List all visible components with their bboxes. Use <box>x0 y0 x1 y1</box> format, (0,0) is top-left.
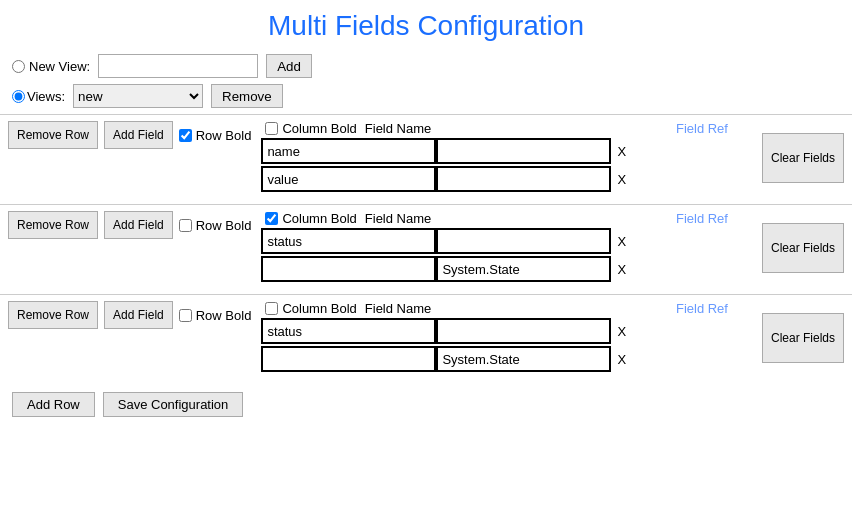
col-bold-checkbox-0[interactable] <box>265 122 278 135</box>
row-bold-checkbox-2[interactable] <box>179 309 192 322</box>
row-bold-label-0[interactable]: Row Bold <box>179 128 252 143</box>
col-bold-label-0[interactable]: Column Bold <box>265 121 356 136</box>
section-header-2: Remove RowAdd FieldRow Bold <box>8 301 251 329</box>
col-bold-text-2: Column Bold <box>282 301 356 316</box>
field-ref-input-0-0[interactable] <box>436 138 611 164</box>
sections-container: Remove RowAdd FieldRow BoldColumn BoldFi… <box>0 114 852 380</box>
remove-row-button-0[interactable]: Remove Row <box>8 121 98 149</box>
field-ref-input-1-0[interactable] <box>436 228 611 254</box>
add-field-button-2[interactable]: Add Field <box>104 301 173 329</box>
row-bold-text-0: Row Bold <box>196 128 252 143</box>
add-field-button-0[interactable]: Add Field <box>104 121 173 149</box>
col-bold-checkbox-2[interactable] <box>265 302 278 315</box>
bottom-bar: Add Row Save Configuration <box>0 384 852 425</box>
views-label: Views: <box>27 89 65 104</box>
add-row-button[interactable]: Add Row <box>12 392 95 417</box>
field-name-input-0-1[interactable] <box>261 166 436 192</box>
field-ref-label-2: Field Ref <box>676 301 728 316</box>
field-x-button-0-0[interactable]: X <box>611 144 632 159</box>
new-view-radio-label[interactable]: New View: <box>12 59 90 74</box>
save-config-button[interactable]: Save Configuration <box>103 392 244 417</box>
col-bold-checkbox-1[interactable] <box>265 212 278 225</box>
row-bold-label-1[interactable]: Row Bold <box>179 218 252 233</box>
fields-area-1: Column BoldField NameField RefXX <box>261 211 756 284</box>
field-name-input-0-0[interactable] <box>261 138 436 164</box>
full-row-2: Remove RowAdd FieldRow BoldColumn BoldFi… <box>8 301 844 374</box>
col-bold-text-0: Column Bold <box>282 121 356 136</box>
field-ref-label-1: Field Ref <box>676 211 728 226</box>
fields-area-0: Column BoldField NameField RefXX <box>261 121 756 194</box>
new-view-radio[interactable] <box>12 60 25 73</box>
field-name-input-2-1[interactable] <box>261 346 436 372</box>
full-row-1: Remove RowAdd FieldRow BoldColumn BoldFi… <box>8 211 844 284</box>
page-title: Multi Fields Configuration <box>0 0 852 50</box>
add-field-button-1[interactable]: Add Field <box>104 211 173 239</box>
remove-view-button[interactable]: Remove <box>211 84 283 108</box>
views-row: Views: new Remove <box>0 82 852 110</box>
field-row-0-0: X <box>261 138 756 164</box>
field-ref-input-0-1[interactable] <box>436 166 611 192</box>
row-bold-checkbox-1[interactable] <box>179 219 192 232</box>
section-0: Remove RowAdd FieldRow BoldColumn BoldFi… <box>0 114 852 200</box>
add-button[interactable]: Add <box>266 54 312 78</box>
clear-fields-button-0[interactable]: Clear Fields <box>762 133 844 183</box>
field-row-2-1: X <box>261 346 756 372</box>
remove-row-button-2[interactable]: Remove Row <box>8 301 98 329</box>
section-1: Remove RowAdd FieldRow BoldColumn BoldFi… <box>0 204 852 290</box>
views-radio[interactable] <box>12 90 25 103</box>
field-row-1-1: X <box>261 256 756 282</box>
views-select[interactable]: new <box>73 84 203 108</box>
field-name-label-1: Field Name <box>365 211 431 226</box>
field-ref-input-1-1[interactable] <box>436 256 611 282</box>
fields-header-1: Column BoldField NameField Ref <box>261 211 756 226</box>
fields-header-0: Column BoldField NameField Ref <box>261 121 756 136</box>
clear-fields-button-1[interactable]: Clear Fields <box>762 223 844 273</box>
new-view-input[interactable] <box>98 54 258 78</box>
col-bold-label-2[interactable]: Column Bold <box>265 301 356 316</box>
field-name-label-0: Field Name <box>365 121 431 136</box>
views-radio-label[interactable]: Views: <box>12 89 65 104</box>
row-bold-text-2: Row Bold <box>196 308 252 323</box>
field-name-input-2-0[interactable] <box>261 318 436 344</box>
field-x-button-1-1[interactable]: X <box>611 262 632 277</box>
full-row-0: Remove RowAdd FieldRow BoldColumn BoldFi… <box>8 121 844 194</box>
col-bold-label-1[interactable]: Column Bold <box>265 211 356 226</box>
new-view-label: New View: <box>29 59 90 74</box>
col-bold-text-1: Column Bold <box>282 211 356 226</box>
field-row-2-0: X <box>261 318 756 344</box>
remove-row-button-1[interactable]: Remove Row <box>8 211 98 239</box>
clear-fields-button-2[interactable]: Clear Fields <box>762 313 844 363</box>
field-x-button-1-0[interactable]: X <box>611 234 632 249</box>
section-header-0: Remove RowAdd FieldRow Bold <box>8 121 251 149</box>
fields-area-2: Column BoldField NameField RefXX <box>261 301 756 374</box>
field-name-input-1-1[interactable] <box>261 256 436 282</box>
field-ref-input-2-1[interactable] <box>436 346 611 372</box>
field-name-input-1-0[interactable] <box>261 228 436 254</box>
field-x-button-0-1[interactable]: X <box>611 172 632 187</box>
section-header-1: Remove RowAdd FieldRow Bold <box>8 211 251 239</box>
row-bold-checkbox-0[interactable] <box>179 129 192 142</box>
fields-header-2: Column BoldField NameField Ref <box>261 301 756 316</box>
row-bold-label-2[interactable]: Row Bold <box>179 308 252 323</box>
field-ref-input-2-0[interactable] <box>436 318 611 344</box>
field-name-label-2: Field Name <box>365 301 431 316</box>
field-row-1-0: X <box>261 228 756 254</box>
field-x-button-2-1[interactable]: X <box>611 352 632 367</box>
field-x-button-2-0[interactable]: X <box>611 324 632 339</box>
field-row-0-1: X <box>261 166 756 192</box>
row-bold-text-1: Row Bold <box>196 218 252 233</box>
section-2: Remove RowAdd FieldRow BoldColumn BoldFi… <box>0 294 852 380</box>
top-controls: New View: Add <box>0 50 852 82</box>
field-ref-label-0: Field Ref <box>676 121 728 136</box>
